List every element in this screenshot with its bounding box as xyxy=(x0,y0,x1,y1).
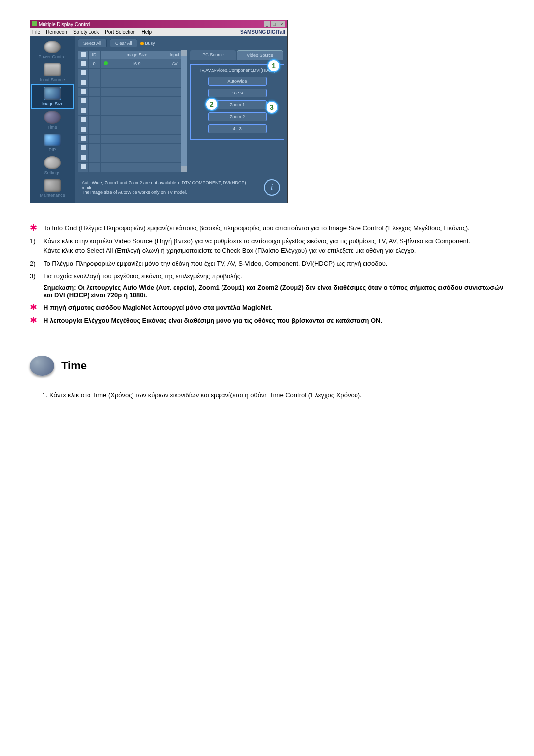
star-icon: ✱ xyxy=(30,315,37,325)
doc-paragraph: Το Πλέγμα Πληροφοριών εμφανίζει μόνο την… xyxy=(44,259,387,269)
sidebar-label: Power Control xyxy=(38,54,66,59)
busy-label: Busy xyxy=(145,41,155,46)
document-body: ✱ Το Info Grid (Πλέγμα Πληροφοριών) εμφα… xyxy=(30,223,504,400)
footer-line-1: Auto Wide, Zoom1 and Zoom2 are not avail… xyxy=(82,180,260,190)
list-marker: 3) xyxy=(30,271,44,281)
sidebar-label: PIP xyxy=(49,147,56,152)
section-heading: Time xyxy=(30,356,504,376)
section-title: Time xyxy=(61,359,87,372)
doc-paragraph: Για τυχαία εναλλαγή του μεγέθους εικόνας… xyxy=(44,271,242,281)
sidebar-item-image-size[interactable]: Image Size xyxy=(31,84,74,109)
maximize-icon[interactable]: □ xyxy=(271,21,278,27)
select-all-button[interactable]: Select All xyxy=(78,39,107,47)
checkbox-icon[interactable] xyxy=(81,61,86,66)
busy-dot-icon xyxy=(140,42,144,45)
size-autowide-button[interactable]: AutoWide xyxy=(208,77,267,86)
table-row[interactable]: 0 16:9 AV xyxy=(78,59,187,69)
clear-all-button[interactable]: Clear All xyxy=(110,39,137,47)
list-marker: 2) xyxy=(30,259,44,269)
scrollbar[interactable] xyxy=(181,50,187,172)
menu-remocon[interactable]: Remocon xyxy=(46,29,67,35)
main-panel: Select All Clear All Busy ID Image Size … xyxy=(75,36,287,203)
checkbox-icon[interactable] xyxy=(81,80,86,85)
size-4-3-button[interactable]: 4 : 3 xyxy=(208,124,267,133)
status-dot-icon xyxy=(104,61,108,65)
cell-size: 16:9 xyxy=(111,59,162,69)
sidebar-item-input[interactable]: Input Source xyxy=(30,61,75,84)
list-item: Κάντε κλικ στο Time (Χρόνος) των κύριων … xyxy=(49,390,504,400)
app-window: Multiple Display Control _□× File Remoco… xyxy=(30,20,288,203)
star-icon: ✱ xyxy=(30,223,37,233)
pip-icon xyxy=(44,134,61,146)
image-size-icon xyxy=(44,87,61,100)
sidebar-label: Image Size xyxy=(41,101,63,106)
maintenance-icon xyxy=(44,179,61,192)
cell-id: 0 xyxy=(89,59,101,69)
sidebar-item-time[interactable]: Time xyxy=(30,109,75,132)
callout-1: 1 xyxy=(267,59,280,72)
checkbox-icon[interactable] xyxy=(81,98,86,103)
callout-2: 2 xyxy=(205,98,218,111)
power-icon xyxy=(44,41,61,53)
checkbox-icon[interactable] xyxy=(81,89,86,94)
doc-paragraph: Η λειτουργία Ελέγχου Μεγέθους Εικόνας εί… xyxy=(44,316,382,326)
table-row[interactable] xyxy=(78,97,187,106)
table-row[interactable] xyxy=(78,135,187,144)
busy-indicator: Busy xyxy=(140,41,155,46)
table-row[interactable] xyxy=(78,125,187,135)
table-row[interactable] xyxy=(78,144,187,153)
sidebar-item-pip[interactable]: PIP xyxy=(30,132,75,154)
info-icon: i xyxy=(264,179,280,196)
time-icon xyxy=(44,111,61,124)
menu-safety-lock[interactable]: Safety Lock xyxy=(73,29,99,35)
table-row[interactable] xyxy=(78,153,187,163)
checkbox-header-icon[interactable] xyxy=(81,52,86,57)
col-id: ID xyxy=(89,51,101,59)
list-marker: 1) xyxy=(30,236,44,256)
window-title: Multiple Display Control xyxy=(39,22,90,27)
table-row[interactable] xyxy=(78,116,187,125)
menu-port-selection[interactable]: Port Selection xyxy=(105,29,135,35)
sidebar: Power Control Input Source Image Size Ti… xyxy=(30,36,75,203)
callout-3: 3 xyxy=(266,101,278,114)
table-row[interactable] xyxy=(78,78,187,88)
sidebar-item-maintenance[interactable]: Maintenance xyxy=(30,177,75,200)
tab-video-source[interactable]: Video Source xyxy=(237,50,283,60)
doc-paragraph: Η πηγή σήματος εισόδου MagicNet λειτουργ… xyxy=(44,303,272,313)
table-row[interactable] xyxy=(78,88,187,97)
checkbox-icon[interactable] xyxy=(81,145,86,150)
checkbox-icon[interactable] xyxy=(81,164,86,169)
checkbox-icon[interactable] xyxy=(81,155,86,160)
checkbox-icon[interactable] xyxy=(81,136,86,141)
sidebar-item-settings[interactable]: Settings xyxy=(30,154,75,177)
checkbox-icon[interactable] xyxy=(81,108,86,113)
menubar: File Remocon Safety Lock Port Selection … xyxy=(30,28,287,36)
table-row[interactable] xyxy=(78,106,187,116)
close-icon[interactable]: × xyxy=(278,21,285,27)
grid-header-row: ID Image Size Input xyxy=(78,51,187,59)
doc-note: Σημείωση: Οι λειτουργίες Auto Wide (Αυτ.… xyxy=(30,284,504,299)
footer-line-2: The Image size of AutoWide works only on… xyxy=(82,190,260,195)
window-controls[interactable]: _□× xyxy=(263,21,285,27)
tab-pc-source[interactable]: PC Source xyxy=(190,50,236,60)
checkbox-icon[interactable] xyxy=(81,70,86,75)
menu-help[interactable]: Help xyxy=(141,29,152,35)
doc-paragraph: Κάντε κλικ στην καρτέλα Video Source (Πη… xyxy=(44,236,470,246)
minimize-icon[interactable]: _ xyxy=(264,21,270,27)
menu-file[interactable]: File xyxy=(32,29,40,35)
table-row[interactable] xyxy=(78,163,187,172)
info-grid: ID Image Size Input 0 16:9 AV xyxy=(78,50,187,172)
size-zoom2-button[interactable]: Zoom 2 xyxy=(208,112,267,121)
sidebar-label: Input Source xyxy=(40,77,65,82)
input-icon xyxy=(44,63,61,76)
checkbox-icon[interactable] xyxy=(81,127,86,132)
time-list: Κάντε κλικ στο Time (Χρόνος) των κύριων … xyxy=(30,390,504,400)
settings-icon xyxy=(44,156,61,169)
doc-paragraph: Κάντε κλικ στο Select All (Επιλογή όλων)… xyxy=(44,246,470,256)
time-section-icon xyxy=(30,356,54,376)
checkbox-icon[interactable] xyxy=(81,117,86,122)
sidebar-label: Settings xyxy=(44,170,61,175)
sidebar-item-power[interactable]: Power Control xyxy=(30,39,75,61)
size-16-9-button[interactable]: 16 : 9 xyxy=(208,89,267,97)
table-row[interactable] xyxy=(78,69,187,78)
